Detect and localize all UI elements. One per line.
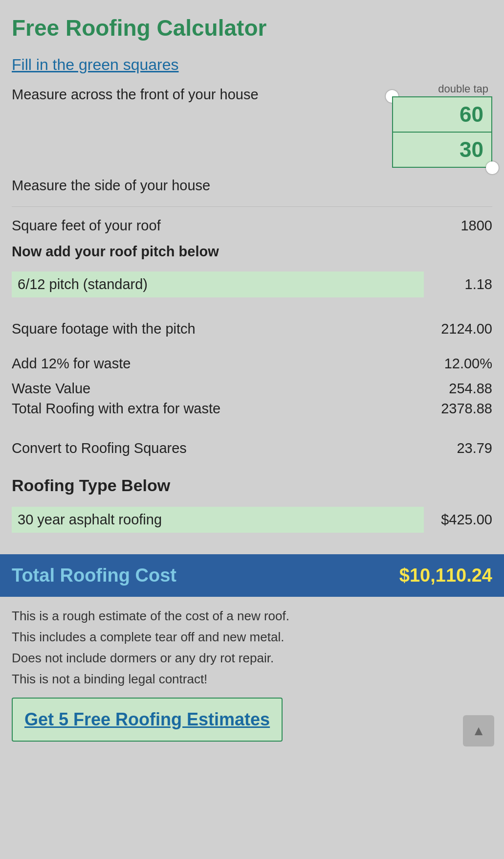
- roofing-type-header: Roofing Type Below: [12, 473, 492, 500]
- total-cost-label: Total Roofing Cost: [12, 565, 176, 586]
- roofing-type-value: $425.00: [424, 512, 492, 528]
- double-tap-hint: double tap: [438, 83, 492, 95]
- side-value-input[interactable]: 30: [393, 133, 491, 167]
- waste-value-label: Waste Value: [12, 381, 424, 397]
- convert-label: Convert to Roofing Squares: [12, 440, 424, 456]
- scroll-up-button[interactable]: [463, 715, 494, 746]
- sqft-pitch-value: 2124.00: [424, 321, 492, 337]
- cta-link[interactable]: Get 5 Free Roofing Estimates: [12, 698, 283, 742]
- total-waste-label: Total Roofing with extra for waste: [12, 401, 424, 417]
- sqft-value: 1800: [424, 218, 492, 234]
- front-value-input[interactable]: 60: [393, 97, 491, 133]
- pitch-label[interactable]: 6/12 pitch (standard): [12, 271, 424, 297]
- selection-handle-bottom: [486, 161, 499, 174]
- roofing-type-label[interactable]: 30 year asphalt roofing: [12, 507, 424, 533]
- side-label: Measure the side of your house: [12, 178, 392, 194]
- sqft-pitch-label: Square footage with the pitch: [12, 321, 424, 337]
- convert-value: 23.79: [424, 440, 492, 456]
- pitch-header: Now add your roof pitch below: [12, 241, 492, 265]
- waste-label: Add 12% for waste: [12, 356, 424, 372]
- total-cost-value: $10,110.24: [399, 565, 492, 586]
- front-label: Measure across the front of your house: [12, 83, 392, 103]
- waste-value-value: 254.88: [424, 381, 492, 397]
- disclaimer-2: This includes a complete tear off and ne…: [12, 628, 492, 647]
- waste-value: 12.00%: [424, 356, 492, 372]
- total-waste-value: 2378.88: [424, 401, 492, 417]
- sqft-label: Square feet of your roof: [12, 218, 424, 234]
- fill-instruction[interactable]: Fill in the green squares: [12, 56, 492, 74]
- disclaimer-3: Does not include dormers or any dry rot …: [12, 649, 492, 668]
- total-cost-bar: Total Roofing Cost $10,110.24: [0, 554, 504, 597]
- page-title: Free Roofing Calculator: [12, 15, 492, 41]
- disclaimer-4: This is not a binding legal contract!: [12, 670, 492, 689]
- pitch-value: 1.18: [424, 276, 492, 293]
- disclaimer-1: This is a rough estimate of the cost of …: [12, 607, 492, 626]
